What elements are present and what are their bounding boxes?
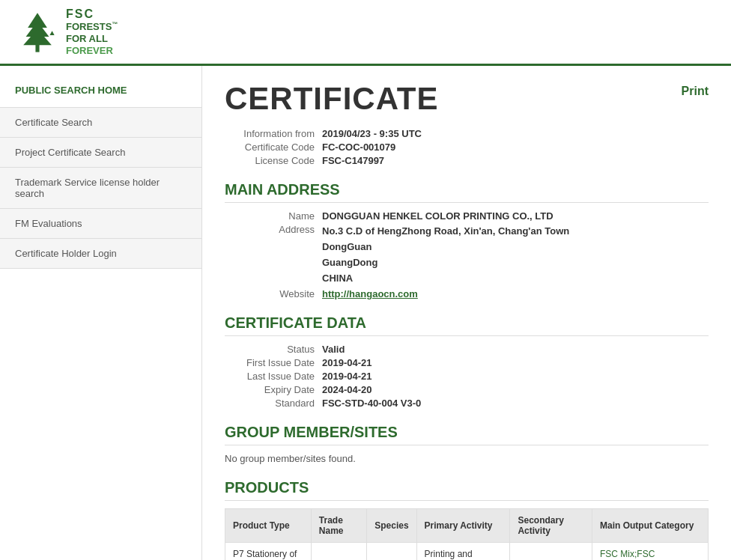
info-value-license-code: FSC-C147997 — [322, 155, 384, 166]
cert-standard-value: FSC-STD-40-004 V3-0 — [322, 398, 421, 409]
sidebar-item-cert-search[interactable]: Certificate Search — [0, 107, 201, 137]
address-addr-row: Address No.3 C.D of HengZhong Road, Xin'… — [225, 224, 709, 286]
group-member-title: GROUP MEMBER/SITES — [225, 424, 709, 445]
sidebar-item-proj-cert[interactable]: Project Certificate Search — [0, 137, 201, 167]
print-button-top[interactable]: Print — [682, 85, 709, 98]
cert-status-row: Status Valid — [225, 344, 709, 355]
sidebar-link-fm[interactable]: FM Evaluations — [0, 209, 201, 238]
sidebar-link-cert-search[interactable]: Certificate Search — [0, 108, 201, 137]
sidebar-link-trademark[interactable]: Trademark Service license holder search — [0, 168, 201, 208]
cert-standard-label: Standard — [225, 398, 322, 409]
primary-activity-1: Printing and related service — [416, 543, 510, 560]
info-row-from: Information from 2019/04/23 - 9:35 UTC — [225, 128, 709, 139]
sidebar-link-proj-cert[interactable]: Project Certificate Search — [0, 138, 201, 167]
output-category-1: FSC Mix;FSC 100%;FSC Recycled — [592, 543, 708, 560]
svg-marker-3 — [23, 28, 52, 44]
col-primary-activity: Primary Activity — [416, 509, 510, 543]
products-table-header-row: Product Type Trade Name Species Primary … — [225, 509, 709, 543]
address-line3: GuangDong — [322, 257, 377, 268]
logo-fsc-label: FSC — [66, 7, 118, 21]
cert-expiry-label: Expiry Date — [225, 384, 322, 395]
logo-text: FSC FORESTS™FOR ALLFOREVER — [66, 7, 118, 56]
address-name-label: Name — [225, 210, 322, 222]
fsc-logo-icon — [15, 10, 60, 55]
address-line2: DongGuan — [322, 241, 371, 252]
info-label-from: Information from — [225, 128, 322, 139]
address-website-value[interactable]: http://hangaocn.com — [322, 288, 418, 299]
logo-area: FSC FORESTS™FOR ALLFOREVER — [15, 7, 118, 56]
logo-tagline: FORESTS™FOR ALLFOREVER — [66, 21, 118, 56]
table-row: P7 Stationery of paperP7.1 Notebooks Pri… — [225, 543, 709, 560]
cert-last-issue-label: Last Issue Date — [225, 371, 322, 382]
col-trade-name: Trade Name — [311, 509, 366, 543]
sidebar: PUBLIC SEARCH HOME Certificate Search Pr… — [0, 66, 202, 560]
cert-status-label: Status — [225, 344, 322, 355]
col-output-category: Main Output Category — [592, 509, 708, 543]
product-type-1: P7 Stationery of paperP7.1 Notebooks — [225, 543, 312, 560]
sidebar-nav: Certificate Search Project Certificate S… — [0, 107, 201, 269]
info-label-license-code: License Code — [225, 155, 322, 166]
info-row-cert-code: Certificate Code FC-COC-001079 — [225, 141, 709, 153]
species-1 — [367, 543, 416, 560]
info-label-cert-code: Certificate Code — [225, 141, 322, 153]
cert-expiry-value: 2024-04-20 — [322, 384, 372, 395]
col-species: Species — [367, 509, 416, 543]
products-title: PRODUCTS — [225, 479, 709, 501]
certificate-info: Information from 2019/04/23 - 9:35 UTC C… — [225, 128, 709, 166]
cert-data-content: Status Valid First Issue Date 2019-04-21… — [225, 344, 709, 409]
products-table: Product Type Trade Name Species Primary … — [225, 508, 709, 560]
header: FSC FORESTS™FOR ALLFOREVER Print — [0, 0, 731, 66]
cert-last-issue-row: Last Issue Date 2019-04-21 — [225, 371, 709, 382]
info-row-license-code: License Code FSC-C147997 — [225, 155, 709, 166]
sidebar-item-trademark[interactable]: Trademark Service license holder search — [0, 167, 201, 208]
certificate-title: CERTIFICATE — [225, 81, 709, 117]
address-line1: No.3 C.D of HengZhong Road, Xin'an, Chan… — [322, 225, 569, 237]
cert-first-issue-row: First Issue Date 2019-04-21 — [225, 357, 709, 368]
main-content: Print CERTIFICATE Information from 2019/… — [202, 66, 731, 560]
products-table-head: Product Type Trade Name Species Primary … — [225, 509, 709, 543]
products-table-body: P7 Stationery of paperP7.1 Notebooks Pri… — [225, 543, 709, 560]
address-line4: CHINA — [322, 273, 353, 284]
sidebar-title: PUBLIC SEARCH HOME — [0, 77, 201, 107]
cert-status-value: Valid — [322, 344, 345, 355]
trade-name-1 — [311, 543, 366, 560]
address-name-value: DONGGUAN HENKEL COLOR PRINTING CO., LTD — [322, 210, 553, 222]
sidebar-item-fm[interactable]: FM Evaluations — [0, 208, 201, 238]
group-member-no-data: No group member/sites found. — [225, 453, 709, 464]
address-website-label: Website — [225, 288, 322, 299]
cert-first-issue-label: First Issue Date — [225, 357, 322, 368]
cert-expiry-row: Expiry Date 2024-04-20 — [225, 384, 709, 395]
secondary-activity-1 — [510, 543, 592, 560]
cert-data-title: CERTIFICATE DATA — [225, 314, 709, 336]
cert-last-issue-value: 2019-04-21 — [322, 371, 372, 382]
main-layout: PUBLIC SEARCH HOME Certificate Search Pr… — [0, 66, 731, 560]
svg-marker-4 — [49, 31, 54, 35]
address-website-row: Website http://hangaocn.com — [225, 288, 709, 299]
address-addr-value: No.3 C.D of HengZhong Road, Xin'an, Chan… — [322, 224, 569, 286]
info-value-from: 2019/04/23 - 9:35 UTC — [322, 128, 422, 139]
sidebar-link-login[interactable]: Certificate Holder Login — [0, 239, 201, 268]
main-address-title: MAIN ADDRESS — [225, 181, 709, 203]
info-value-cert-code: FC-COC-001079 — [322, 141, 395, 153]
address-name-row: Name DONGGUAN HENKEL COLOR PRINTING CO.,… — [225, 210, 709, 222]
col-product-type: Product Type — [225, 509, 312, 543]
main-address-content: Name DONGGUAN HENKEL COLOR PRINTING CO.,… — [225, 210, 709, 299]
address-addr-label: Address — [225, 224, 322, 286]
sidebar-item-login[interactable]: Certificate Holder Login — [0, 238, 201, 269]
cert-first-issue-value: 2019-04-21 — [322, 357, 372, 368]
col-secondary-activity: Secondary Activity — [510, 509, 592, 543]
cert-standard-row: Standard FSC-STD-40-004 V3-0 — [225, 398, 709, 409]
